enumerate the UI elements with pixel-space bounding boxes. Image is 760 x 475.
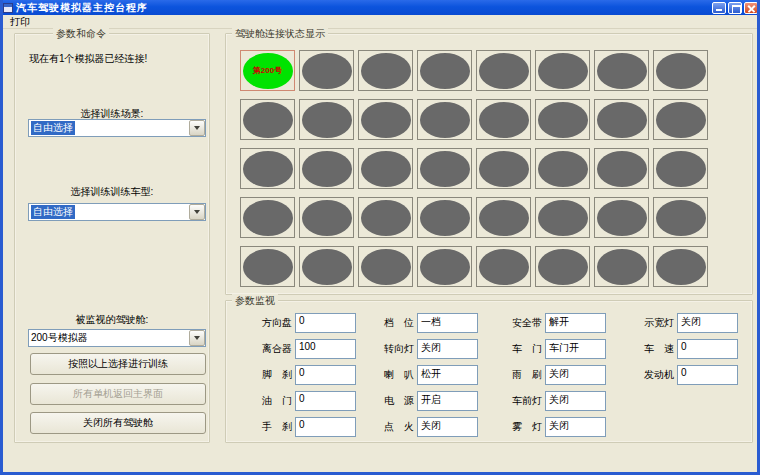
cockpit-status-lamp bbox=[597, 249, 647, 285]
cockpit-cell bbox=[476, 148, 531, 189]
vehicle-combobox[interactable]: 自由选择 bbox=[28, 203, 206, 221]
param-value-clutch[interactable]: 100 bbox=[295, 339, 356, 359]
main-window: 汽车驾驶模拟器主控台程序 打印 参数和命令 现在有1个模拟器已经连接! 选择训练… bbox=[0, 0, 760, 475]
scene-combobox[interactable]: 自由选择 bbox=[28, 119, 206, 137]
cockpit-status-lamp bbox=[420, 151, 470, 187]
cockpit-status-lamp bbox=[361, 102, 411, 138]
param-field-throttle: 油 门0 bbox=[262, 391, 356, 411]
param-field-headlight: 车前灯关闭 bbox=[512, 391, 606, 411]
close-all-cockpits-button[interactable]: 关闭所有驾驶舱 bbox=[30, 412, 206, 434]
param-value-door[interactable]: 车门开 bbox=[545, 339, 606, 359]
param-field-turn-signal: 转向灯关闭 bbox=[384, 339, 478, 359]
param-value-seat-belt[interactable]: 解开 bbox=[545, 313, 606, 333]
title-bar: 汽车驾驶模拟器主控台程序 bbox=[0, 0, 760, 15]
param-value-width-light[interactable]: 关闭 bbox=[677, 313, 738, 333]
close-icon[interactable] bbox=[744, 2, 758, 14]
cockpit-status-lamp bbox=[538, 102, 588, 138]
cockpit-status-lamp bbox=[656, 200, 706, 236]
cockpit-cell bbox=[476, 197, 531, 238]
app-icon bbox=[3, 3, 13, 13]
scene-combobox-value: 自由选择 bbox=[31, 121, 75, 135]
menu-item-print[interactable]: 打印 bbox=[3, 15, 37, 29]
maximize-icon[interactable] bbox=[728, 2, 742, 14]
monitored-cockpit-combobox[interactable]: 200号模拟器 bbox=[28, 329, 206, 347]
cockpit-status-lamp bbox=[597, 53, 647, 89]
param-field-hand-brake: 手 刹0 bbox=[262, 417, 356, 437]
cockpit-status-lamp bbox=[361, 53, 411, 89]
param-field-seat-belt: 安全带解开 bbox=[512, 313, 606, 333]
parameter-monitor-panel: 参数监视 方向盘0离合器100脚 刹0油 门0手 刹0 档 位一档转向灯关闭喇 … bbox=[225, 300, 753, 443]
param-field-clutch: 离合器100 bbox=[262, 339, 356, 359]
chevron-down-icon bbox=[194, 210, 200, 214]
param-field-fog-light: 雾 灯关闭 bbox=[512, 417, 606, 437]
cockpit-status-lamp bbox=[361, 200, 411, 236]
vehicle-combo-dropdown-button[interactable] bbox=[189, 204, 205, 220]
cockpit-status-lamp bbox=[420, 102, 470, 138]
cockpit-status-lamp bbox=[243, 151, 293, 187]
param-value-horn[interactable]: 松开 bbox=[417, 365, 478, 385]
param-field-engine: 发动机0 bbox=[644, 365, 738, 385]
cockpit-status-lamp bbox=[656, 151, 706, 187]
cockpit-status-lamp bbox=[479, 249, 529, 285]
param-value-hand-brake[interactable]: 0 bbox=[295, 417, 356, 437]
cockpit-status-lamp bbox=[420, 53, 470, 89]
cockpit-cell bbox=[535, 148, 590, 189]
cockpit-cell bbox=[240, 197, 295, 238]
cockpit-status-lamp bbox=[302, 102, 352, 138]
cockpit-cell bbox=[358, 50, 413, 91]
cockpit-status-lamp bbox=[597, 151, 647, 187]
cockpit-status-lamp bbox=[597, 200, 647, 236]
param-field-steering-wheel: 方向盘0 bbox=[262, 313, 356, 333]
cockpit-cell bbox=[358, 99, 413, 140]
cockpit-status-lamp bbox=[479, 200, 529, 236]
cockpit-status-lamp bbox=[302, 151, 352, 187]
scene-combo-dropdown-button[interactable] bbox=[189, 120, 205, 136]
param-label-seat-belt: 安全带 bbox=[512, 313, 544, 333]
minimize-icon[interactable] bbox=[712, 2, 726, 14]
param-label-fog-light: 雾 灯 bbox=[512, 417, 544, 437]
param-field-wiper: 雨 刷关闭 bbox=[512, 365, 606, 385]
cockpit-cell bbox=[653, 246, 708, 287]
cockpit-status-lamp bbox=[302, 53, 352, 89]
param-label-headlight: 车前灯 bbox=[512, 391, 544, 411]
param-value-headlight[interactable]: 关闭 bbox=[545, 391, 606, 411]
param-label-throttle: 油 门 bbox=[262, 391, 294, 411]
return-main-button[interactable]: 所有单机返回主界面 bbox=[30, 383, 206, 405]
cockpit-cell bbox=[535, 197, 590, 238]
param-value-power[interactable]: 开启 bbox=[417, 391, 478, 411]
monitor-column: 档 位一档转向灯关闭喇 叭松开电 源开启点 火关闭 bbox=[384, 313, 478, 443]
param-value-wiper[interactable]: 关闭 bbox=[545, 365, 606, 385]
cockpit-status-lamp bbox=[656, 249, 706, 285]
cockpit-cell bbox=[358, 246, 413, 287]
param-value-foot-brake[interactable]: 0 bbox=[295, 365, 356, 385]
cockpit-status-lamp bbox=[361, 249, 411, 285]
param-value-engine[interactable]: 0 bbox=[677, 365, 738, 385]
start-training-button[interactable]: 按照以上选择进行训练 bbox=[30, 353, 206, 375]
monitored-cockpit-combobox-value: 200号模拟器 bbox=[29, 330, 189, 346]
param-value-steering-wheel[interactable]: 0 bbox=[295, 313, 356, 333]
commands-panel: 参数和命令 现在有1个模拟器已经连接! 选择训练场景: 自由选择 选择训练训练车… bbox=[14, 33, 210, 443]
window-title: 汽车驾驶模拟器主控台程序 bbox=[16, 1, 148, 15]
param-value-ignition[interactable]: 关闭 bbox=[417, 417, 478, 437]
cockpit-cell bbox=[653, 99, 708, 140]
cockpit-combo-dropdown-button[interactable] bbox=[189, 330, 205, 346]
param-value-gear[interactable]: 一档 bbox=[417, 313, 478, 333]
param-label-wiper: 雨 刷 bbox=[512, 365, 544, 385]
param-value-fog-light[interactable]: 关闭 bbox=[545, 417, 606, 437]
cockpit-cell bbox=[299, 197, 354, 238]
param-value-throttle[interactable]: 0 bbox=[295, 391, 356, 411]
window-controls bbox=[712, 2, 758, 14]
cockpit-cell bbox=[535, 50, 590, 91]
cockpit-status-lamp bbox=[597, 102, 647, 138]
cockpit-status-lamp bbox=[479, 151, 529, 187]
monitor-column: 方向盘0离合器100脚 刹0油 门0手 刹0 bbox=[262, 313, 356, 443]
cockpit-status-lamp: 第200号 bbox=[243, 53, 293, 89]
connection-status-text: 现在有1个模拟器已经连接! bbox=[29, 52, 147, 66]
cockpit-cell bbox=[299, 50, 354, 91]
commands-panel-title: 参数和命令 bbox=[53, 27, 109, 41]
cockpit-status-lamp bbox=[420, 200, 470, 236]
cockpit-cell bbox=[594, 246, 649, 287]
param-value-speed[interactable]: 0 bbox=[677, 339, 738, 359]
cockpit-cell bbox=[594, 197, 649, 238]
param-value-turn-signal[interactable]: 关闭 bbox=[417, 339, 478, 359]
